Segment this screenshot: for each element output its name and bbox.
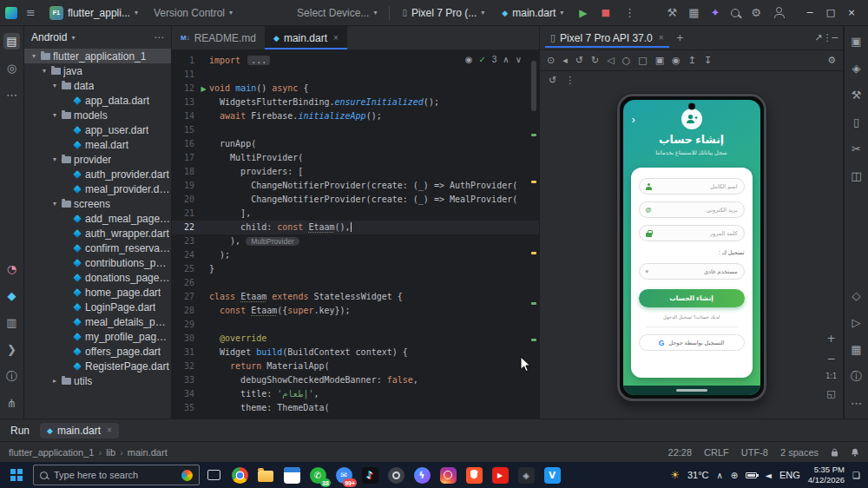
file-encoding[interactable]: UTF-8 — [741, 447, 768, 458]
close-tab-icon[interactable]: × — [333, 33, 339, 43]
settings-gear-icon[interactable]: ⚙ — [751, 6, 761, 19]
weather-icon[interactable]: ☀ — [670, 469, 680, 481]
more-tools-icon[interactable]: ⋯ — [3, 87, 20, 103]
mail-icon[interactable]: ✉99+ — [331, 462, 357, 488]
code-line[interactable]: 19 ChangeNotifierProvider(create: (_) =>… — [172, 179, 539, 193]
stop-button[interactable]: ■ — [598, 5, 614, 20]
tree-item[interactable]: donations_page.d... — [24, 270, 171, 285]
calendar-icon[interactable] — [279, 462, 305, 488]
ai-assistant-icon[interactable]: ✦ — [710, 6, 720, 19]
editor-tab-main-dart[interactable]: ◆main.dart× — [265, 26, 347, 49]
home-indicator[interactable] — [676, 389, 707, 392]
volume-button[interactable]: ◂ — [562, 56, 568, 65]
editor[interactable]: 1import ...1112▶void main() async {13 Wi… — [172, 50, 539, 419]
notifications-tool-icon[interactable]: ▣ — [848, 33, 864, 49]
tree-item[interactable]: meal.dart — [24, 137, 171, 152]
tree-item[interactable]: my_profile_page.d... — [24, 329, 171, 344]
tree-chevron-icon[interactable]: ▾ — [30, 52, 38, 60]
editor-scrollbar[interactable] — [529, 50, 539, 419]
android-back-button[interactable]: ◁ — [607, 56, 614, 65]
breadcrumb-item[interactable]: main.dart — [128, 447, 168, 458]
structure-tool-icon[interactable]: ◫ — [848, 168, 864, 184]
maximize-button[interactable]: □ — [821, 7, 840, 18]
zoom-in-button[interactable]: + — [827, 333, 836, 345]
code-line[interactable]: 29 — [172, 318, 539, 332]
language-indicator[interactable]: ENG — [779, 470, 800, 480]
tools-icon[interactable]: ⚒ — [667, 6, 677, 19]
tree-chevron-icon[interactable]: ▾ — [50, 82, 59, 89]
code-line[interactable]: 27class Etaam extends StatelessWidget { — [172, 290, 539, 304]
stripe-mark[interactable] — [531, 181, 536, 183]
tree-item[interactable]: contributions_pag... — [24, 255, 171, 270]
main-menu-icon[interactable]: ≡ — [23, 4, 39, 21]
device-dropdown[interactable]: ▯ Pixel 7 Pro (... ▾ — [397, 4, 490, 22]
code-line[interactable]: 35 theme: ThemeData( — [172, 401, 539, 415]
create-account-button[interactable]: إنشاء الحساب — [639, 289, 745, 307]
code-line[interactable]: 21 ], — [172, 207, 539, 221]
clock[interactable]: 5:35 PM 4/12/2026 — [808, 465, 845, 485]
tree-item[interactable]: add_meal_page.da... — [24, 211, 171, 226]
email-input[interactable]: بريد الكتروني@ — [639, 201, 745, 218]
rotate-left-button[interactable]: ↺ — [575, 56, 583, 65]
popout-icon[interactable]: ↗ — [814, 32, 822, 43]
panel-more-icon[interactable]: ⋮ — [822, 32, 832, 43]
code-line[interactable]: 15 — [172, 123, 539, 137]
highlighting-icon[interactable]: ◉ — [465, 53, 473, 67]
file-explorer-icon[interactable] — [253, 462, 279, 488]
select-device-dropdown[interactable]: Select Device... ▾ — [292, 4, 382, 22]
git-tool-icon[interactable]: ⋔ — [4, 395, 19, 412]
back-arrow-icon[interactable]: ‹ — [632, 114, 635, 125]
tiktok-icon[interactable]: ♪ — [357, 462, 383, 488]
project-view-selector[interactable]: Android — [31, 31, 67, 43]
app-inspection-tool-icon[interactable]: ✂ — [849, 141, 864, 157]
flutter-tool-icon[interactable]: ◆ — [5, 287, 19, 304]
code-line[interactable]: 25} — [172, 262, 539, 276]
person-input[interactable]: اسم الكامل — [639, 178, 745, 195]
role-dropdown[interactable]: مستخدم عادي ▾ — [639, 263, 745, 280]
caret-position[interactable]: 22:28 — [668, 447, 693, 458]
device-tab[interactable]: ▯ Pixel 7 Pro API 37.0 × — [545, 29, 669, 48]
close-tab-icon[interactable]: × — [659, 33, 664, 43]
code-line[interactable]: 16 runApp( — [172, 137, 539, 151]
android-overview-button[interactable]: □ — [638, 56, 647, 65]
prev-problem-icon[interactable]: ∧ — [503, 53, 509, 67]
scrollbar-thumb[interactable] — [531, 61, 536, 111]
tree-item[interactable]: confirm_reservati... — [24, 241, 171, 255]
code-line[interactable]: 12▶void main() async { — [172, 82, 539, 96]
code-line[interactable]: 23 ), MultiProvider — [172, 234, 539, 248]
chrome-icon[interactable] — [227, 462, 253, 488]
tree-chevron-icon[interactable]: ▾ — [40, 67, 49, 75]
tree-item[interactable]: RegisterPage.dart — [24, 359, 171, 373]
tree-item[interactable]: ▾provider — [24, 152, 171, 167]
search-icon[interactable] — [731, 9, 740, 17]
close-button[interactable]: × — [842, 7, 861, 18]
code-line[interactable]: 33 debugShowCheckedModeBanner: false, — [172, 373, 539, 387]
android-home-button[interactable]: ○ — [622, 56, 631, 65]
tree-chevron-icon[interactable]: ▾ — [50, 155, 59, 163]
code-line[interactable]: 31 Widget build(BuildContext context) { — [172, 346, 539, 359]
breadcrumb-item[interactable]: flutter_application_1 — [9, 447, 94, 458]
tree-item[interactable]: auth_wrapper.dart — [24, 226, 171, 241]
brave-icon[interactable] — [461, 462, 487, 488]
problems-tool-icon[interactable]: ⓘ — [3, 368, 20, 385]
code-line[interactable]: 26 — [172, 276, 539, 290]
device-manager-tool-icon[interactable]: ▯ — [851, 114, 862, 130]
inspection-widget[interactable]: ◉ ✓ 3 ∧ ∨ — [465, 53, 522, 67]
login-link[interactable]: لديك حساب؟ تسجيل الدخول — [639, 314, 745, 320]
commit-tool-icon[interactable]: ◎ — [4, 60, 19, 76]
gradle-tool-icon[interactable]: ◈ — [849, 60, 863, 76]
code-line[interactable]: 11 — [172, 68, 539, 82]
code-line[interactable]: 17 MultiProvider( — [172, 151, 539, 165]
tree-item[interactable]: ▾models — [24, 108, 171, 122]
code-line[interactable]: 13 WidgetsFlutterBinding.ensureInitializ… — [172, 96, 539, 109]
taskbar-search-input[interactable]: Type here to search — [33, 465, 200, 485]
tree-item[interactable]: ▾data — [24, 78, 171, 93]
code-line[interactable]: 30 @override — [172, 332, 539, 346]
run-line-icon[interactable]: ▶ — [201, 85, 206, 93]
terminal-tool-icon[interactable]: ❯ — [4, 341, 19, 358]
code-line[interactable]: 14 await Firebase.initializeApp(); — [172, 109, 539, 123]
share-button[interactable]: ↥ — [688, 56, 696, 65]
insights-tool-icon[interactable]: ◔ — [4, 260, 19, 277]
logcat-tool-icon[interactable]: ▥ — [3, 314, 19, 331]
info-tool-icon[interactable]: ⓘ — [848, 368, 865, 385]
